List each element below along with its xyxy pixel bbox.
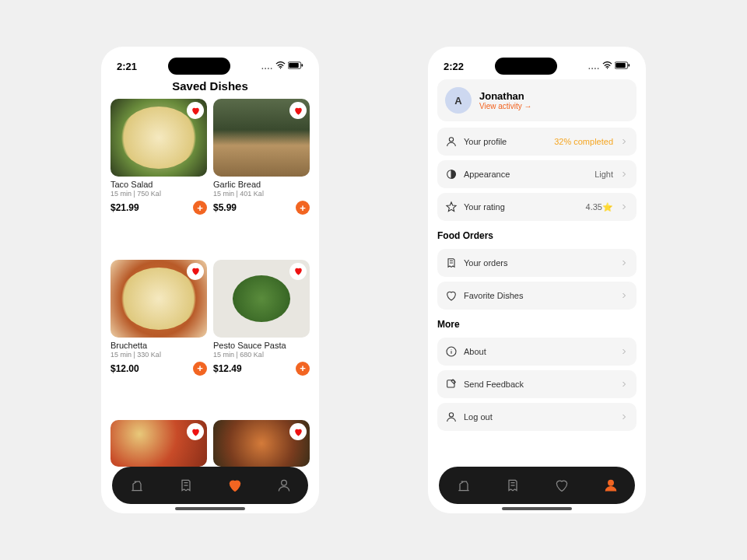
info-icon — [445, 345, 458, 358]
cellular-icon: .... — [588, 62, 600, 71]
dish-card[interactable]: Pesto Sauce Pasta 15 min | 680 Kal $12.4… — [213, 260, 310, 415]
home-indicator[interactable] — [175, 507, 245, 510]
dish-name: Pesto Sauce Pasta — [213, 341, 310, 350]
row-about[interactable]: About — [437, 338, 637, 366]
row-value: 32% completed — [554, 137, 613, 146]
row-value: Light — [594, 170, 613, 179]
row-label: Your orders — [464, 258, 613, 268]
profile-header[interactable]: A Jonathan View activity → — [437, 79, 637, 121]
tab-orders[interactable] — [178, 478, 194, 493]
view-activity-link[interactable]: View activity → — [479, 102, 532, 110]
favorite-button[interactable] — [289, 102, 307, 119]
status-time: 2:21 — [117, 61, 137, 72]
status-time: 2:22 — [444, 61, 464, 72]
svg-rect-8 — [629, 64, 630, 66]
dish-name: Garlic Bread — [213, 180, 310, 189]
section-title: More — [437, 319, 637, 330]
star-icon — [445, 201, 458, 213]
row-send-feedback[interactable]: Send Feedback — [437, 370, 637, 398]
row-your-profile[interactable]: Your profile 32% completed — [437, 128, 637, 156]
row-favorite-dishes[interactable]: Favorite Dishes — [437, 282, 637, 310]
row-label: Favorite Dishes — [464, 291, 613, 300]
phone-saved-dishes: 2:21 .... Saved Dishes Taco Salad 15 min… — [101, 47, 319, 513]
tab-profile[interactable] — [603, 478, 619, 493]
tab-orders[interactable] — [505, 478, 521, 493]
svg-point-9 — [449, 138, 453, 142]
dish-price: $21.99 — [110, 202, 139, 213]
favorite-button[interactable] — [187, 102, 204, 119]
home-indicator[interactable] — [502, 507, 572, 510]
row-appearance[interactable]: Appearance Light — [437, 160, 637, 188]
heart-icon — [191, 266, 201, 276]
tab-favorites[interactable] — [554, 478, 570, 493]
profile-content: A Jonathan View activity → Your profile … — [437, 79, 637, 506]
dish-image — [213, 99, 310, 177]
heart-icon — [293, 266, 303, 276]
favorite-button[interactable] — [187, 263, 204, 280]
chevron-right-icon — [619, 291, 629, 300]
svg-rect-7 — [615, 63, 626, 68]
chevron-right-icon — [619, 258, 629, 268]
more-list: About Send Feedback Log out — [437, 338, 637, 431]
favorite-button[interactable] — [187, 423, 204, 440]
favorite-button[interactable] — [289, 263, 307, 280]
row-your-rating[interactable]: Your rating 4.35⭐ — [437, 193, 637, 221]
favorite-button[interactable] — [289, 423, 307, 440]
dish-name: Bruchetta — [110, 341, 207, 350]
phone-profile: 2:22 .... A Jonathan View activity → You… — [428, 47, 646, 513]
avatar: A — [445, 87, 472, 114]
add-button[interactable]: + — [193, 201, 207, 215]
chevron-right-icon — [619, 170, 629, 179]
dynamic-island — [495, 58, 557, 75]
dish-price: $12.49 — [213, 363, 242, 374]
row-log-out[interactable]: Log out — [437, 403, 637, 431]
dish-meta: 15 min | 330 Kal — [110, 351, 207, 359]
row-label: Your rating — [464, 202, 580, 212]
chevron-right-icon — [619, 412, 629, 422]
row-label: Log out — [464, 412, 613, 422]
page-title: Saved Dishes — [110, 79, 310, 93]
heart-icon — [191, 106, 201, 116]
wifi-icon — [275, 61, 286, 71]
wifi-icon — [602, 61, 612, 71]
dish-card[interactable]: Garlic Bread 15 min | 401 Kal $5.99 + — [213, 99, 310, 254]
svg-point-4 — [281, 480, 286, 485]
row-your-orders[interactable]: Your orders — [437, 249, 637, 277]
receipt-icon — [445, 257, 458, 269]
status-icons: .... — [261, 61, 303, 71]
chevron-right-icon — [619, 137, 629, 146]
add-button[interactable]: + — [296, 362, 310, 376]
heart-icon — [445, 289, 458, 302]
user-icon — [445, 411, 458, 423]
heart-icon — [293, 106, 303, 116]
dish-meta: 15 min | 750 Kal — [110, 190, 207, 198]
tab-home[interactable] — [456, 478, 472, 493]
svg-rect-2 — [289, 63, 299, 68]
dish-card[interactable]: Taco Salad 15 min | 750 Kal $21.99 + — [110, 99, 207, 254]
dishes-grid: Taco Salad 15 min | 750 Kal $21.99 + Gar… — [110, 99, 310, 506]
dish-image — [110, 420, 207, 467]
dish-meta: 15 min | 401 Kal — [213, 190, 310, 198]
add-button[interactable]: + — [296, 201, 310, 215]
dynamic-island — [168, 58, 230, 75]
row-label: About — [464, 347, 613, 356]
row-label: Send Feedback — [464, 380, 613, 389]
chevron-right-icon — [619, 380, 629, 389]
dish-image — [110, 260, 207, 338]
cellular-icon: .... — [261, 62, 273, 71]
section-title: Food Orders — [437, 230, 637, 241]
battery-icon — [615, 61, 630, 71]
tab-home[interactable] — [129, 478, 145, 493]
row-label: Your profile — [464, 137, 548, 146]
tab-profile[interactable] — [276, 478, 292, 493]
svg-rect-3 — [302, 64, 303, 66]
dish-image — [110, 99, 207, 177]
svg-point-14 — [608, 480, 613, 485]
food-orders-list: Your orders Favorite Dishes — [437, 249, 637, 310]
dish-card[interactable]: Bruchetta 15 min | 330 Kal $12.00 + — [110, 260, 207, 415]
tab-favorites[interactable] — [227, 478, 243, 493]
add-button[interactable]: + — [193, 362, 207, 376]
user-icon — [445, 135, 458, 148]
status-bar: 2:21 .... — [110, 54, 310, 79]
row-value: 4.35⭐ — [586, 202, 613, 212]
